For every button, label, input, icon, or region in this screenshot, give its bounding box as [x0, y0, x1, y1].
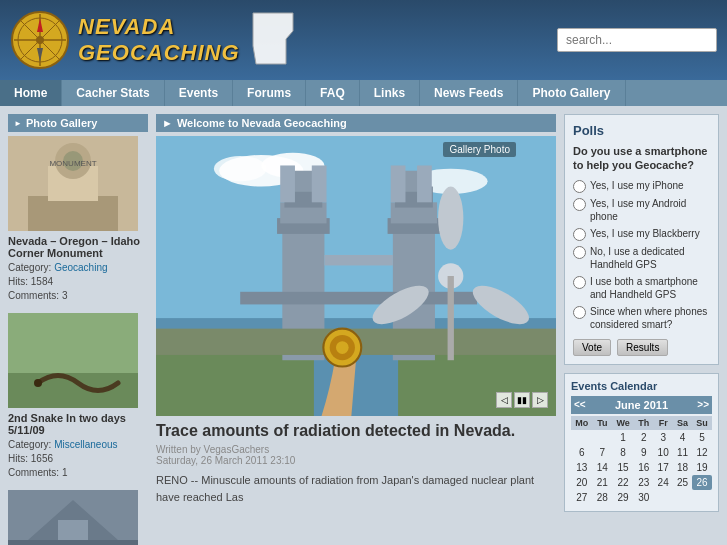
- main-image-container: Gallery Photo ◁ ▮▮ ▷: [156, 136, 556, 416]
- calendar-day[interactable]: 19: [692, 460, 712, 475]
- nav-faq[interactable]: FAQ: [306, 80, 360, 106]
- calendar-day[interactable]: 7: [593, 445, 612, 460]
- calendar-day[interactable]: 29: [612, 490, 634, 505]
- gallery-photo-label: Gallery Photo: [443, 142, 516, 157]
- polls-title: Polls: [573, 123, 710, 138]
- compass-icon: [10, 10, 70, 70]
- calendar-day: [673, 490, 692, 505]
- search-input[interactable]: [557, 28, 717, 52]
- article-author: Written by VegasGachers: [156, 444, 269, 455]
- logo-geocaching: GEOCACHING: [78, 40, 240, 66]
- photo-2-category-link[interactable]: Miscellaneous: [54, 439, 117, 450]
- svg-rect-36: [280, 165, 295, 202]
- calendar-day[interactable]: 4: [673, 430, 692, 445]
- welcome-section-title: ► Welcome to Nevada Geocaching: [156, 114, 556, 132]
- image-controls: ◁ ▮▮ ▷: [496, 392, 548, 408]
- nav-events[interactable]: Events: [165, 80, 233, 106]
- article-date: Saturday, 26 March 2011 23:10: [156, 455, 295, 466]
- cal-header-su: Su: [692, 416, 712, 430]
- polls-section: Polls Do you use a smartphone to help yo…: [564, 114, 719, 365]
- calendar-day[interactable]: 20: [571, 475, 593, 490]
- image-prev-btn[interactable]: ◁: [496, 392, 512, 408]
- center-content: ► Welcome to Nevada Geocaching: [156, 114, 556, 545]
- calendar-day[interactable]: 3: [654, 430, 673, 445]
- calendar-day[interactable]: 30: [634, 490, 653, 505]
- nav-forums[interactable]: Forums: [233, 80, 306, 106]
- calendar-prev[interactable]: <<: [574, 399, 586, 410]
- cal-header-tu: Tu: [593, 416, 612, 430]
- image-pause-btn[interactable]: ▮▮: [514, 392, 530, 408]
- calendar-day[interactable]: 24: [654, 475, 673, 490]
- calendar-day[interactable]: 2: [634, 430, 653, 445]
- calendar-day[interactable]: 8: [612, 445, 634, 460]
- poll-option-1: Yes, I use my Android phone: [573, 197, 710, 223]
- photo-2-image[interactable]: [8, 313, 138, 408]
- svg-point-49: [438, 187, 463, 250]
- nav-news-feeds[interactable]: News Feeds: [420, 80, 518, 106]
- calendar-day: [593, 430, 612, 445]
- calendar-day[interactable]: 25: [673, 475, 692, 490]
- sidebar-photo-gallery-title: ► Photo Gallery: [8, 114, 148, 132]
- main-article-image: Gallery Photo ◁ ▮▮ ▷: [156, 136, 556, 416]
- calendar-next[interactable]: >>: [697, 399, 709, 410]
- image-next-btn[interactable]: ▷: [532, 392, 548, 408]
- poll-radio-4[interactable]: [573, 276, 586, 289]
- nav-home[interactable]: Home: [0, 80, 62, 106]
- poll-buttons: Vote Results: [573, 339, 710, 356]
- calendar-day[interactable]: 6: [571, 445, 593, 460]
- svg-text:MONUMENT: MONUMENT: [49, 159, 96, 168]
- svg-rect-46: [324, 255, 392, 266]
- photo-1-image[interactable]: MONUMENT: [8, 136, 138, 231]
- poll-radio-1[interactable]: [573, 198, 586, 211]
- calendar-day[interactable]: 27: [571, 490, 593, 505]
- photo-2-title: 2nd Snake In two days 5/11/09: [8, 412, 148, 436]
- calendar-day[interactable]: 1: [612, 430, 634, 445]
- cal-header-mo: Mo: [571, 416, 593, 430]
- nav-photo-gallery[interactable]: Photo Gallery: [518, 80, 625, 106]
- calendar-day[interactable]: 28: [593, 490, 612, 505]
- polls-question: Do you use a smartphone to help you Geoc…: [573, 144, 710, 173]
- right-sidebar: Polls Do you use a smartphone to help yo…: [564, 114, 719, 545]
- calendar-day[interactable]: 18: [673, 460, 692, 475]
- photo-3-image[interactable]: [8, 490, 138, 545]
- calendar-day[interactable]: 15: [612, 460, 634, 475]
- photo-1-category-link[interactable]: Geocaching: [54, 262, 107, 273]
- svg-rect-20: [8, 540, 138, 545]
- nevada-outline: [248, 11, 298, 69]
- nav-cacher-stats[interactable]: Cacher Stats: [62, 80, 164, 106]
- svg-rect-22: [58, 520, 88, 540]
- poll-radio-2[interactable]: [573, 228, 586, 241]
- results-button[interactable]: Results: [617, 339, 668, 356]
- calendar-day[interactable]: 12: [692, 445, 712, 460]
- main-container: ► Photo Gallery MONUMENT Nevada – Oregon: [0, 106, 727, 545]
- calendar-day[interactable]: 14: [593, 460, 612, 475]
- svg-point-18: [34, 379, 42, 387]
- calendar-day[interactable]: 17: [654, 460, 673, 475]
- calendar-day[interactable]: 13: [571, 460, 593, 475]
- poll-option-3: No, I use a dedicated Handheld GPS: [573, 245, 710, 271]
- calendar-day[interactable]: 26: [692, 475, 712, 490]
- calendar-day[interactable]: 21: [593, 475, 612, 490]
- photo-1-title: Nevada – Oregon – Idaho Corner Monument: [8, 235, 148, 259]
- poll-option-5: Since when where phones considered smart…: [573, 305, 710, 331]
- calendar-header: << June 2011 >>: [571, 396, 712, 414]
- poll-option-0: Yes, I use my iPhone: [573, 179, 710, 193]
- svg-rect-44: [417, 165, 432, 202]
- cal-header-fr: Fr: [654, 416, 673, 430]
- poll-radio-3[interactable]: [573, 246, 586, 259]
- calendar-day[interactable]: 23: [634, 475, 653, 490]
- calendar-day: [692, 490, 712, 505]
- calendar-day[interactable]: 9: [634, 445, 653, 460]
- calendar-day[interactable]: 5: [692, 430, 712, 445]
- poll-radio-5[interactable]: [573, 306, 586, 319]
- svg-rect-11: [28, 196, 118, 231]
- calendar-day[interactable]: 11: [673, 445, 692, 460]
- header: NEVADA GEOCACHING: [0, 0, 727, 80]
- svg-marker-9: [253, 13, 293, 64]
- calendar-day[interactable]: 16: [634, 460, 653, 475]
- nav-links[interactable]: Links: [360, 80, 420, 106]
- calendar-day[interactable]: 10: [654, 445, 673, 460]
- poll-radio-0[interactable]: [573, 180, 586, 193]
- vote-button[interactable]: Vote: [573, 339, 611, 356]
- calendar-day[interactable]: 22: [612, 475, 634, 490]
